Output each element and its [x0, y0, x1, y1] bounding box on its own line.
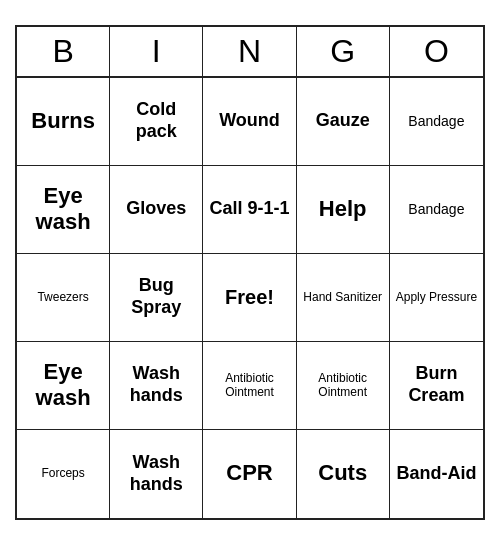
cell-label: Free! — [225, 286, 274, 309]
bingo-cell: Bandage — [390, 166, 483, 254]
bingo-cell: Gauze — [297, 78, 390, 166]
header-letter: B — [17, 27, 110, 76]
cell-label: Eye wash — [21, 183, 105, 236]
cell-label: Bandage — [408, 201, 464, 218]
cell-label: Forceps — [41, 466, 84, 480]
cell-label: Apply Pressure — [396, 290, 477, 304]
header-letter: N — [203, 27, 296, 76]
header-letter: O — [390, 27, 483, 76]
bingo-cell: Cold pack — [110, 78, 203, 166]
bingo-cell: Burn Cream — [390, 342, 483, 430]
cell-label: Tweezers — [37, 290, 88, 304]
bingo-cell: Wash hands — [110, 342, 203, 430]
bingo-grid: BurnsCold packWoundGauzeBandageEye washG… — [17, 78, 483, 518]
bingo-cell: Band-Aid — [390, 430, 483, 518]
cell-label: Antibiotic Ointment — [301, 371, 385, 400]
cell-label: Help — [319, 196, 367, 222]
cell-label: Band-Aid — [396, 463, 476, 485]
bingo-card: BINGO BurnsCold packWoundGauzeBandageEye… — [15, 25, 485, 520]
cell-label: Burns — [31, 108, 95, 134]
header-letter: I — [110, 27, 203, 76]
bingo-cell: Antibiotic Ointment — [203, 342, 296, 430]
bingo-cell: Free! — [203, 254, 296, 342]
bingo-cell: Eye wash — [17, 342, 110, 430]
bingo-cell: Help — [297, 166, 390, 254]
bingo-cell: Tweezers — [17, 254, 110, 342]
bingo-cell: Eye wash — [17, 166, 110, 254]
bingo-cell: Antibiotic Ointment — [297, 342, 390, 430]
bingo-cell: Wound — [203, 78, 296, 166]
bingo-cell: CPR — [203, 430, 296, 518]
bingo-cell: Call 9-1-1 — [203, 166, 296, 254]
bingo-header: BINGO — [17, 27, 483, 78]
cell-label: Eye wash — [21, 359, 105, 412]
bingo-cell: Forceps — [17, 430, 110, 518]
bingo-cell: Hand Sanitizer — [297, 254, 390, 342]
bingo-cell: Cuts — [297, 430, 390, 518]
cell-label: Wash hands — [114, 363, 198, 406]
cell-label: Wound — [219, 110, 280, 132]
cell-label: Gloves — [126, 198, 186, 220]
bingo-cell: Burns — [17, 78, 110, 166]
bingo-cell: Bug Spray — [110, 254, 203, 342]
cell-label: CPR — [226, 460, 272, 486]
bingo-cell: Bandage — [390, 78, 483, 166]
cell-label: Hand Sanitizer — [303, 290, 382, 304]
cell-label: Call 9-1-1 — [209, 198, 289, 220]
cell-label: Cuts — [318, 460, 367, 486]
cell-label: Burn Cream — [394, 363, 479, 406]
cell-label: Bug Spray — [114, 275, 198, 318]
bingo-cell: Apply Pressure — [390, 254, 483, 342]
bingo-cell: Gloves — [110, 166, 203, 254]
cell-label: Cold pack — [114, 99, 198, 142]
cell-label: Wash hands — [114, 452, 198, 495]
header-letter: G — [297, 27, 390, 76]
cell-label: Antibiotic Ointment — [207, 371, 291, 400]
cell-label: Gauze — [316, 110, 370, 132]
bingo-cell: Wash hands — [110, 430, 203, 518]
cell-label: Bandage — [408, 113, 464, 130]
